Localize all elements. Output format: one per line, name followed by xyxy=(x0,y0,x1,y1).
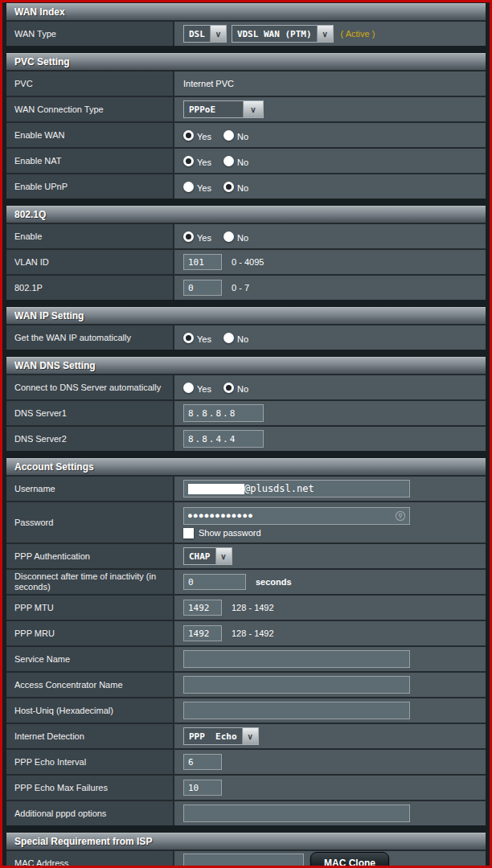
internet-detection-select[interactable]: PPP Echo ∨ xyxy=(183,727,259,745)
radio-label-no: No xyxy=(237,381,248,394)
radio-label-no: No xyxy=(237,331,248,344)
ppp-echo-max-failures-label: PPP Echo Max Failures xyxy=(6,776,174,800)
wan-connection-type-select[interactable]: PPPoE ∨ xyxy=(183,100,264,118)
row-internet-detection: Internet Detection PPP Echo ∨ xyxy=(6,723,486,748)
enable-nat-yes-radio[interactable] xyxy=(183,156,194,166)
mac-address-input[interactable] xyxy=(183,854,304,868)
dns-server2-input[interactable] xyxy=(183,430,264,448)
section-title: Account Settings xyxy=(14,461,94,473)
show-password-eye-icon[interactable] xyxy=(395,510,406,522)
show-password-checkbox[interactable] xyxy=(183,528,194,538)
enable-nat-no-radio[interactable] xyxy=(223,156,234,166)
password-input[interactable] xyxy=(183,507,410,525)
service-name-input[interactable] xyxy=(183,650,410,668)
pppd-options-label: Additional pppd options xyxy=(6,801,174,825)
row-host-uniq: Host-Uniq (Hexadecimal) xyxy=(6,697,486,723)
section-account-settings: Account Settings Username @plusdsl.net P… xyxy=(6,458,486,825)
chevron-down-icon[interactable]: ∨ xyxy=(210,26,226,42)
radio-label-yes: Yes xyxy=(197,154,211,167)
row-dns-auto: Connect to DNS Server automatically Yes … xyxy=(6,374,486,399)
chevron-down-icon[interactable]: ∨ xyxy=(215,548,232,564)
wan-type-dsl-value: DSL xyxy=(184,26,210,42)
row-dns-server2: DNS Server2 xyxy=(6,425,486,451)
wan-ip-auto-yes-radio[interactable] xyxy=(183,333,194,343)
dns-server2-label: DNS Server2 xyxy=(6,427,174,451)
vlan-id-input[interactable] xyxy=(183,254,222,270)
host-uniq-input[interactable] xyxy=(183,702,410,719)
ppp-mtu-range: 128 - 1492 xyxy=(232,603,274,612)
row-password: Password Show password xyxy=(6,501,486,542)
row-8021q-enable: Enable Yes No xyxy=(6,223,486,248)
row-username: Username @plusdsl.net xyxy=(6,475,486,501)
host-uniq-label: Host-Uniq (Hexadecimal) xyxy=(6,698,174,723)
row-disconnect-inactivity: Disconnect after time of inactivity (in … xyxy=(6,568,486,594)
vlan-id-range: 0 - 4095 xyxy=(232,257,264,267)
section-title: Special Requirement from ISP xyxy=(14,836,152,847)
internet-detection-value: PPP Echo xyxy=(184,728,242,744)
dns-server1-input[interactable] xyxy=(183,404,264,422)
password-label: Password xyxy=(6,502,174,542)
enable-wan-no-radio[interactable] xyxy=(223,130,234,141)
wan-ip-auto-no-radio[interactable] xyxy=(223,333,234,343)
dns-auto-yes-radio[interactable] xyxy=(183,383,194,393)
radio-label-no: No xyxy=(237,180,248,193)
section-header-wan-ip: WAN IP Setting xyxy=(6,307,486,324)
radio-label-yes: Yes xyxy=(197,331,211,344)
mac-clone-button[interactable]: MAC Clone xyxy=(310,852,389,868)
wan-ip-auto-label: Get the WAN IP automatically xyxy=(6,326,174,350)
service-name-label: Service Name xyxy=(6,647,174,671)
row-8021p: 802.1P 0 - 7 xyxy=(6,274,486,300)
ppp-mtu-label: PPP MTU xyxy=(6,596,174,620)
section-header-account: Account Settings xyxy=(6,458,486,475)
radio-label-yes: Yes xyxy=(197,381,211,394)
row-enable-nat: Enable NAT Yes No xyxy=(6,147,486,173)
wan-type-mode-select[interactable]: VDSL WAN (PTM) ∨ xyxy=(232,25,334,43)
wan-settings-page: WAN Index WAN Type DSL ∨ VDSL WAN (PTM) … xyxy=(0,0,492,868)
pppd-options-input[interactable] xyxy=(183,805,410,822)
ppp-echo-max-failures-input[interactable] xyxy=(183,780,222,796)
row-dns-server1: DNS Server1 xyxy=(6,399,486,425)
section-wan-index: WAN Index WAN Type DSL ∨ VDSL WAN (PTM) … xyxy=(6,3,486,46)
dns-auto-no-radio[interactable] xyxy=(223,383,234,393)
enable-upnp-no-radio[interactable] xyxy=(223,182,234,192)
section-header-8021q: 802.1Q xyxy=(6,206,486,223)
ppp-echo-interval-input[interactable] xyxy=(183,754,222,770)
ppp-mru-input[interactable] xyxy=(183,625,222,641)
enable-upnp-yes-radio[interactable] xyxy=(183,182,194,192)
section-wan-ip: WAN IP Setting Get the WAN IP automatica… xyxy=(6,307,486,350)
wan-type-label: WAN Type xyxy=(6,22,174,46)
8021q-enable-yes-radio[interactable] xyxy=(183,231,194,242)
radio-label-yes: Yes xyxy=(197,230,211,243)
row-ppp-echo-interval: PPP Echo Interval xyxy=(6,748,486,774)
radio-label-no: No xyxy=(237,129,248,141)
mac-address-label: MAC Address xyxy=(6,851,174,868)
8021p-input[interactable] xyxy=(183,280,222,296)
enable-wan-yes-radio[interactable] xyxy=(183,130,194,141)
ppp-authentication-value: CHAP xyxy=(184,548,215,564)
username-input[interactable]: @plusdsl.net xyxy=(183,480,410,497)
disconnect-inactivity-input[interactable] xyxy=(183,574,246,590)
access-concentrator-input[interactable] xyxy=(183,676,410,694)
section-title: 802.1Q xyxy=(14,209,46,220)
section-title: WAN DNS Setting xyxy=(14,360,96,371)
radio-label-no: No xyxy=(237,154,248,167)
ppp-mtu-input[interactable] xyxy=(183,600,222,616)
chevron-down-icon[interactable]: ∨ xyxy=(243,101,263,117)
row-ppp-mru: PPP MRU 128 - 1492 xyxy=(6,620,486,645)
row-wan-type: WAN Type DSL ∨ VDSL WAN (PTM) ∨ ( Active… xyxy=(6,20,486,46)
row-ppp-authentication: PPP Authentication CHAP ∨ xyxy=(6,542,486,568)
section-title: WAN Index xyxy=(14,6,65,18)
row-ppp-mtu: PPP MTU 128 - 1492 xyxy=(6,594,486,620)
chevron-down-icon[interactable]: ∨ xyxy=(242,728,258,744)
8021q-enable-no-radio[interactable] xyxy=(223,231,234,242)
disconnect-inactivity-label: Disconnect after time of inactivity (in … xyxy=(6,570,174,594)
row-ppp-echo-max-failures: PPP Echo Max Failures xyxy=(6,774,486,800)
8021q-enable-label: Enable xyxy=(6,224,174,248)
ppp-authentication-select[interactable]: CHAP ∨ xyxy=(183,547,232,565)
wan-type-mode-value: VDSL WAN (PTM) xyxy=(232,26,317,42)
section-header-wan-dns: WAN DNS Setting xyxy=(6,357,486,374)
wan-type-dsl-select[interactable]: DSL ∨ xyxy=(183,25,227,43)
chevron-down-icon[interactable]: ∨ xyxy=(317,26,333,42)
8021p-label: 802.1P xyxy=(6,276,174,300)
8021p-range: 0 - 7 xyxy=(232,283,249,293)
